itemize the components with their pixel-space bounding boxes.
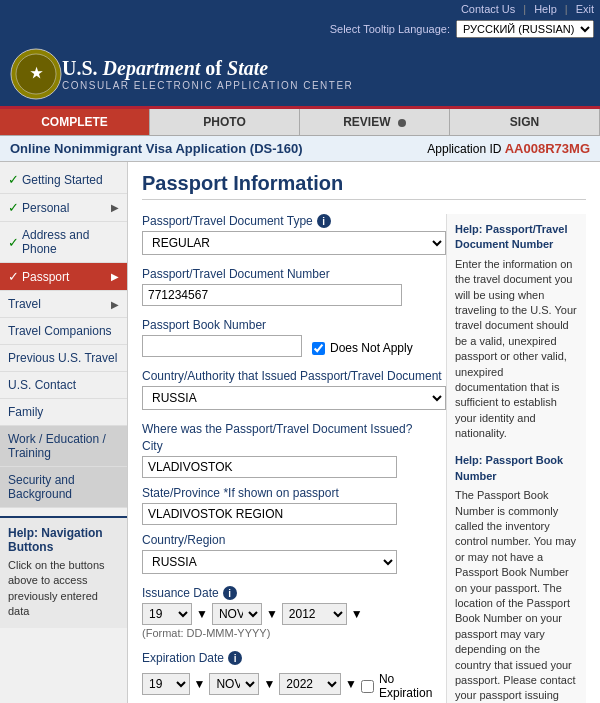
country-region-label: Country/Region [142,533,446,547]
form-area: Passport/Travel Document Type i REGULAR … [142,214,446,703]
check-icon: ✓ [8,235,19,250]
step-review[interactable]: REVIEW [300,109,450,135]
issuance-date-group: Issuance Date i 19 ▼ NOV ▼ 2012 [142,586,446,639]
doc-number-input[interactable] [142,284,402,306]
sidebar-item-us-contact[interactable]: U.S. Contact [0,372,127,399]
country-issued-group: Country/Authority that Issued Passport/T… [142,369,446,410]
issued-where-group: Where was the Passport/Travel Document I… [142,422,446,574]
appid-row: Online Nonimmigrant Visa Application (DS… [0,136,600,162]
issuance-date-label: Issuance Date i [142,586,446,600]
issuance-day-select[interactable]: 19 [142,603,192,625]
expiration-info-icon[interactable]: i [228,651,242,665]
help-section-1-text: The Passport Book Number is commonly cal… [455,488,578,703]
top-bar: Contact Us | Help | Exit [0,0,600,18]
issuance-date-format: (Format: DD-MMM-YYYY) [142,627,446,639]
sidebar-item-getting-started[interactable]: ✓ Getting Started [0,166,127,194]
sidebar-item-label: Address and Phone [22,228,119,256]
expiration-year-select[interactable]: 2022 [279,673,341,695]
header-text: U.S. Department of State CONSULAR ELECTR… [62,57,353,91]
sidebar-item-companions[interactable]: Travel Companions [0,318,127,345]
sidebar-item-work-edu[interactable]: Work / Education / Training [0,426,127,467]
book-number-row: Does Not Apply [142,335,446,357]
site-header: ★ U.S. Department of State CONSULAR ELEC… [0,42,600,109]
issuance-year-select[interactable]: 2012 [282,603,347,625]
help-section-0: Help: Passport/Travel Document Number En… [455,222,578,441]
sidebar-item-passport[interactable]: ✓ Passport ▶ [0,263,127,291]
sidebar-help-title: Help: Navigation Buttons [8,526,119,554]
city-group: City [142,439,446,478]
book-number-input[interactable] [142,335,302,357]
doc-number-label: Passport/Travel Document Number [142,267,446,281]
sidebar-item-personal[interactable]: ✓ Personal ▶ [0,194,127,222]
help-section-1: Help: Passport Book Number The Passport … [455,453,578,703]
country-issued-label: Country/Authority that Issued Passport/T… [142,369,446,383]
dept-subtext: CONSULAR ELECTRONIC APPLICATION CENTER [62,80,353,91]
doc-type-label: Passport/Travel Document Type i [142,214,446,228]
arrow-icon: ▶ [111,299,119,310]
language-row: Select Tooltip Language: РУССКИЙ (RUSSIA… [0,18,600,42]
sidebar-help: Help: Navigation Buttons Click on the bu… [0,516,127,628]
step-complete[interactable]: COMPLETE [0,109,150,135]
issuance-info-icon[interactable]: i [223,586,237,600]
contact-us-link[interactable]: Contact Us [461,3,515,15]
expiration-date-label: Expiration Date i [142,651,446,665]
arrow-icon: ▶ [111,271,119,282]
doc-type-select[interactable]: REGULAR [142,231,446,255]
step-photo[interactable]: PHOTO [150,109,300,135]
does-not-apply-row: Does Not Apply [312,341,413,355]
check-icon: ✓ [8,172,19,187]
country-issued-select[interactable]: RUSSIA [142,386,446,410]
check-icon: ✓ [8,200,19,215]
sidebar-item-label: Personal [22,201,111,215]
doc-number-group: Passport/Travel Document Number [142,267,446,306]
sidebar-item-label: Work / Education / Training [8,432,119,460]
sidebar-item-travel[interactable]: Travel ▶ [0,291,127,318]
issuance-month-select[interactable]: NOV [212,603,262,625]
city-input[interactable] [142,456,397,478]
svg-text:★: ★ [30,65,43,81]
state-group: State/Province *If shown on passport [142,486,446,525]
step-navigation: COMPLETE PHOTO REVIEW SIGN [0,109,600,136]
country-region-select[interactable]: RUSSIA [142,550,397,574]
does-not-apply-checkbox[interactable] [312,342,325,355]
language-select[interactable]: РУССКИЙ (RUSSIAN) [456,20,594,38]
language-label: Select Tooltip Language: [330,23,450,35]
book-number-label: Passport Book Number [142,318,446,332]
state-input[interactable] [142,503,397,525]
sidebar-item-address[interactable]: ✓ Address and Phone [0,222,127,263]
sidebar-item-security[interactable]: Security and Background [0,467,127,508]
doc-type-info-icon[interactable]: i [317,214,331,228]
sidebar-item-label: Family [8,405,119,419]
city-label: City [142,439,446,453]
help-section-1-title: Help: Passport Book Number [455,453,578,484]
sidebar-item-prev-us-travel[interactable]: Previous U.S. Travel [0,345,127,372]
main-layout: ✓ Getting Started ✓ Personal ▶ ✓ Address… [0,162,600,703]
exit-link[interactable]: Exit [576,3,594,15]
issuance-date-row: 19 ▼ NOV ▼ 2012 ▼ [142,603,446,625]
no-expiration-label: No Expiration [379,672,446,700]
review-dot [398,119,406,127]
sidebar-item-label: Previous U.S. Travel [8,351,119,365]
app-id-label: Application ID [427,142,501,156]
expiration-date-group: Expiration Date i 19 ▼ NOV ▼ 2022 [142,651,446,700]
state-label: State/Province *If shown on passport [142,486,446,500]
sidebar-item-label: Security and Background [8,473,119,501]
sidebar-help-text: Click on the buttons above to access pre… [8,558,119,620]
expiration-month-select[interactable]: NOV [209,673,259,695]
help-link[interactable]: Help [534,3,557,15]
does-not-apply-label: Does Not Apply [330,341,413,355]
form-name: Online Nonimmigrant Visa Application (DS… [10,141,303,156]
dept-name: U.S. Department of State [62,57,353,80]
expiration-day-select[interactable]: 19 [142,673,190,695]
sidebar-item-family[interactable]: Family [0,399,127,426]
help-panel: Help: Passport/Travel Document Number En… [446,214,586,703]
step-sign[interactable]: SIGN [450,109,600,135]
check-icon: ✓ [8,269,19,284]
sidebar-item-label: Getting Started [22,173,119,187]
sidebar-item-label: Travel [8,297,111,311]
arrow-icon: ▶ [111,202,119,213]
dept-seal: ★ [10,48,62,100]
help-section-0-title: Help: Passport/Travel Document Number [455,222,578,253]
no-expiration-checkbox[interactable] [361,680,374,693]
sidebar: ✓ Getting Started ✓ Personal ▶ ✓ Address… [0,162,128,703]
